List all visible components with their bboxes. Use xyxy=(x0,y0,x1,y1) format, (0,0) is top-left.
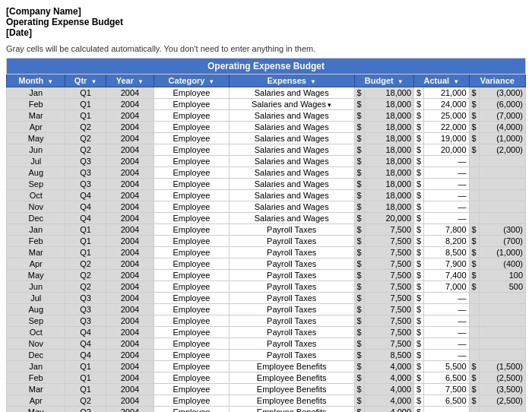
cell-expenses: Payroll Taxes xyxy=(229,236,354,247)
cell-actual-symbol: $ xyxy=(414,133,424,144)
cell-month: Apr xyxy=(7,395,65,407)
cell-qtr: Q1 xyxy=(65,99,106,110)
cell-expenses: Salaries and Wages xyxy=(229,122,354,133)
cell-actual-symbol: $ xyxy=(414,99,424,110)
cell-variance-symbol: $ xyxy=(469,133,479,144)
col-category[interactable]: Category ▼ xyxy=(154,74,229,87)
cell-qtr: Q4 xyxy=(65,327,106,338)
cell-variance-value xyxy=(479,167,525,179)
cell-budget-symbol: $ xyxy=(354,395,364,407)
year-filter-arrow[interactable]: ▼ xyxy=(138,78,144,85)
cell-category: Employee xyxy=(154,372,229,384)
cell-variance-value: (7,000) xyxy=(479,110,525,122)
cell-actual-value: 25,000 xyxy=(424,110,469,122)
cell-expenses: Payroll Taxes xyxy=(229,350,354,361)
cell-budget-value: 18,000 xyxy=(364,201,413,213)
cell-budget-value: 18,000 xyxy=(364,156,413,167)
cell-variance-value: (700) xyxy=(479,236,525,247)
cell-variance-symbol: $ xyxy=(469,99,479,110)
table-row: JanQ12004EmployeeSalaries and Wages$18,0… xyxy=(7,87,526,99)
cell-year: 2004 xyxy=(106,179,154,190)
cell-variance-value xyxy=(479,213,525,224)
cell-variance-symbol: $ xyxy=(469,361,479,372)
cell-expenses: Salaries and Wages xyxy=(229,144,354,156)
cell-actual-symbol: $ xyxy=(414,190,424,201)
table-row: JunQ22004EmployeePayroll Taxes$7,500$7,0… xyxy=(7,281,526,293)
col-expenses[interactable]: Expenses ▼ xyxy=(229,74,354,87)
cell-budget-symbol: $ xyxy=(354,407,364,413)
cell-variance-value xyxy=(479,201,525,213)
cell-month: Sep xyxy=(7,179,65,190)
cell-category: Employee xyxy=(154,224,229,236)
cell-actual-symbol: $ xyxy=(414,304,424,315)
cell-expenses: Salaries and Wages ▾ xyxy=(229,99,354,110)
expenses-filter-arrow[interactable]: ▼ xyxy=(310,78,316,85)
table-row: FebQ12004EmployeeSalaries and Wages ▾$18… xyxy=(7,99,526,110)
category-filter-arrow[interactable]: ▼ xyxy=(208,78,214,85)
cell-variance-value xyxy=(479,293,525,304)
table-row: NovQ42004EmployeeSalaries and Wages$18,0… xyxy=(7,201,526,213)
cell-variance-symbol: $ xyxy=(469,247,479,258)
cell-actual-symbol: $ xyxy=(414,110,424,122)
cell-category: Employee xyxy=(154,293,229,304)
budget-filter-arrow[interactable]: ▼ xyxy=(397,78,404,85)
month-filter-arrow[interactable]: ▼ xyxy=(47,78,53,85)
cell-actual-value: 21,000 xyxy=(424,87,469,99)
table-row: JulQ32004EmployeeSalaries and Wages$18,0… xyxy=(7,156,526,167)
note-text: Gray cells will be calculated automatica… xyxy=(6,44,526,53)
cell-actual-symbol: $ xyxy=(414,224,424,236)
cell-qtr: Q4 xyxy=(65,190,106,201)
cell-month: Jun xyxy=(7,281,65,293)
col-qtr[interactable]: Qtr ▼ xyxy=(65,74,106,87)
cell-budget-value: 4,000 xyxy=(364,361,413,372)
table-row: OctQ42004EmployeePayroll Taxes$7,500$— xyxy=(7,327,526,338)
cell-expenses: Payroll Taxes xyxy=(229,327,354,338)
table-row: JulQ32004EmployeePayroll Taxes$7,500$— xyxy=(7,293,526,304)
cell-variance-symbol: $ xyxy=(469,384,479,395)
cell-qtr: Q1 xyxy=(65,247,106,258)
cell-year: 2004 xyxy=(106,293,154,304)
cell-budget-symbol: $ xyxy=(354,338,364,350)
cell-expenses: Salaries and Wages xyxy=(229,179,354,190)
cell-month: Feb xyxy=(7,99,65,110)
cell-budget-value: 4,000 xyxy=(364,384,413,395)
cell-variance-symbol xyxy=(469,179,479,190)
cell-expenses: Payroll Taxes xyxy=(229,293,354,304)
table-row: FebQ12004EmployeeEmployee Benefits$4,000… xyxy=(7,372,526,384)
cell-category: Employee xyxy=(154,167,229,179)
cell-year: 2004 xyxy=(106,122,154,133)
cell-month: Jul xyxy=(7,156,65,167)
col-actual[interactable]: Actual ▼ xyxy=(414,74,470,87)
cell-actual-symbol: $ xyxy=(414,247,424,258)
cell-variance-symbol xyxy=(469,304,479,315)
cell-year: 2004 xyxy=(106,384,154,395)
cell-variance-symbol: $ xyxy=(469,281,479,293)
cell-variance-value xyxy=(479,350,525,361)
cell-actual-value: 22,000 xyxy=(424,122,469,133)
cell-budget-symbol: $ xyxy=(354,384,364,395)
cell-budget-value: 18,000 xyxy=(364,133,413,144)
col-month[interactable]: Month ▼ xyxy=(7,74,65,87)
table-row: MarQ12004EmployeeEmployee Benefits$4,000… xyxy=(7,384,526,395)
cell-qtr: Q1 xyxy=(65,236,106,247)
cell-qtr: Q4 xyxy=(65,201,106,213)
table-row: SepQ32004EmployeePayroll Taxes$7,500$— xyxy=(7,315,526,327)
cell-month: Jun xyxy=(7,144,65,156)
cell-actual-symbol: $ xyxy=(414,258,424,270)
table-row: FebQ12004EmployeePayroll Taxes$7,500$8,2… xyxy=(7,236,526,247)
cell-expenses: Salaries and Wages xyxy=(229,87,354,99)
actual-filter-arrow[interactable]: ▼ xyxy=(453,78,459,85)
cell-actual-symbol: $ xyxy=(414,179,424,190)
cell-year: 2004 xyxy=(106,350,154,361)
col-variance[interactable]: Variance xyxy=(469,74,525,87)
cell-variance-value: 500 xyxy=(479,281,525,293)
budget-table-container: Operating Expense Budget Month ▼ Qtr ▼ Y… xyxy=(6,58,526,412)
cell-actual-value: 6,500 xyxy=(424,395,469,407)
cell-variance-value: (6,000) xyxy=(479,99,525,110)
col-year[interactable]: Year ▼ xyxy=(106,74,154,87)
cell-variance-value xyxy=(479,407,525,413)
qtr-filter-arrow[interactable]: ▼ xyxy=(90,78,97,85)
cell-month: Nov xyxy=(7,201,65,213)
col-budget[interactable]: Budget ▼ xyxy=(354,74,414,87)
cell-expenses: Salaries and Wages xyxy=(229,213,354,224)
